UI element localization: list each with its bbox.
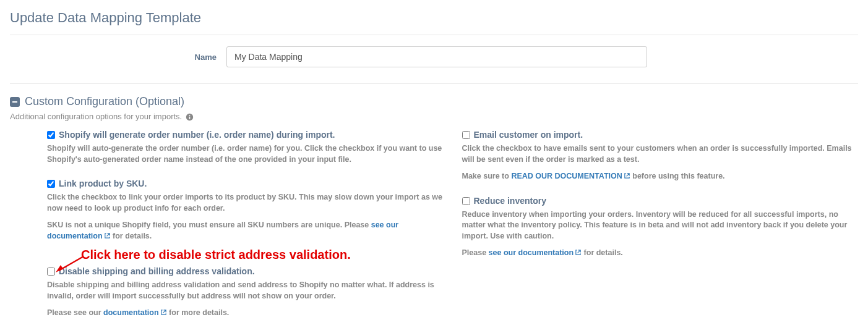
svg-rect-0 bbox=[12, 101, 17, 103]
opt-desc: Please see our documentation for details… bbox=[462, 248, 859, 259]
documentation-link[interactable]: see our documentation bbox=[489, 248, 582, 257]
collapse-toggle-icon[interactable] bbox=[10, 97, 20, 107]
svg-rect-2 bbox=[189, 117, 191, 119]
opt-label: Disable shipping and billing address val… bbox=[59, 266, 255, 276]
name-label: Name bbox=[10, 53, 226, 62]
opt-label: Reduce inventory bbox=[474, 196, 546, 206]
opt-desc: Reduce inventory when importing your ord… bbox=[462, 209, 859, 242]
divider bbox=[10, 35, 858, 35]
svg-rect-3 bbox=[189, 115, 191, 116]
checkbox-generate-order-number[interactable] bbox=[47, 131, 55, 139]
checkbox-email-customer[interactable] bbox=[462, 131, 470, 139]
page-title: Update Data Mapping Template bbox=[10, 10, 858, 26]
opt-link-sku: Link product by SKU. Click the checkbox … bbox=[47, 179, 444, 242]
opt-desc: Make sure to READ OUR DOCUMENTATION befo… bbox=[462, 171, 859, 182]
opt-reduce-inventory: Reduce inventory Reduce inventory when i… bbox=[462, 196, 859, 259]
opt-label: Email customer on import. bbox=[474, 130, 583, 140]
checkbox-disable-address-validation[interactable] bbox=[47, 268, 55, 276]
section-desc: Additional configuration options for you… bbox=[10, 112, 858, 121]
section-title: Custom Configuration (Optional) bbox=[25, 95, 184, 108]
external-link-icon bbox=[104, 232, 111, 243]
documentation-link[interactable]: READ OUR DOCUMENTATION bbox=[511, 172, 630, 180]
name-input[interactable] bbox=[226, 46, 647, 67]
opt-email-customer: Email customer on import. Click the chec… bbox=[462, 130, 859, 182]
divider bbox=[10, 83, 858, 84]
opt-label: Link product by SKU. bbox=[59, 179, 147, 188]
right-column: Email customer on import. Click the chec… bbox=[462, 130, 859, 332]
checkbox-reduce-inventory[interactable] bbox=[462, 197, 470, 205]
opt-desc: Click the checkbox to link your order im… bbox=[47, 192, 444, 214]
opt-desc: SKU is not a unique Shopify field, you m… bbox=[47, 220, 444, 242]
opt-disable-address-validation: Click here to disable strict address val… bbox=[47, 266, 444, 319]
external-link-icon bbox=[575, 248, 582, 259]
section-header: Custom Configuration (Optional) bbox=[10, 95, 858, 108]
external-link-icon bbox=[624, 172, 630, 183]
opt-desc: Disable shipping and billing address val… bbox=[47, 280, 444, 301]
name-row: Name bbox=[10, 46, 858, 67]
documentation-link[interactable]: documentation bbox=[103, 308, 167, 317]
left-column: Shopify will generate order number (i.e.… bbox=[47, 130, 444, 332]
opt-desc: Please see our documentation for more de… bbox=[47, 308, 444, 319]
external-link-icon bbox=[160, 308, 167, 319]
opt-label: Shopify will generate order number (i.e.… bbox=[59, 130, 335, 140]
checkbox-link-sku[interactable] bbox=[47, 180, 55, 188]
opt-desc: Shopify will auto-generate the order num… bbox=[47, 143, 444, 165]
opt-generate-order-number: Shopify will generate order number (i.e.… bbox=[47, 130, 444, 165]
annotation-label: Click here to disable strict address val… bbox=[81, 248, 351, 262]
opt-desc: Click the checkbox to have emails sent t… bbox=[462, 143, 859, 165]
info-icon[interactable] bbox=[186, 113, 194, 121]
